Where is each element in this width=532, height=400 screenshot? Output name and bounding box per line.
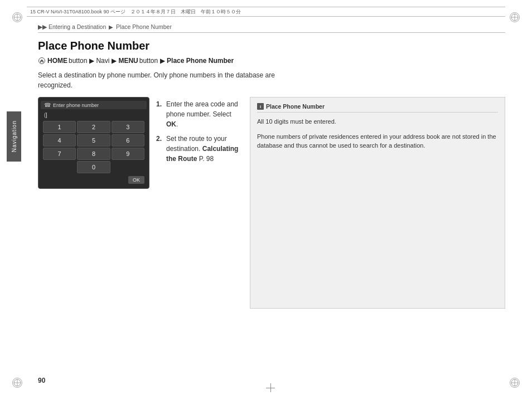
right-panel-title: i Place Phone Number (257, 103, 498, 113)
menu-text: MENU (118, 57, 138, 65)
step-2-num: 2. (156, 134, 162, 144)
key-7[interactable]: 7 (43, 148, 76, 160)
step-2-after: P. 98 (197, 155, 214, 163)
body-text: Select a destination by phone number. On… (38, 70, 294, 90)
step-1-bold: OK (166, 120, 176, 128)
key-0[interactable]: 0 (77, 161, 110, 173)
phone-small-icon: ☎ (44, 102, 51, 108)
step-2: 2. Set the route to your destination. Ca… (156, 134, 239, 164)
right-panel: i Place Phone Number All 10 digits must … (250, 97, 505, 309)
place-phone-text: Place Phone Number (167, 57, 234, 65)
key-5[interactable]: 5 (77, 134, 110, 147)
corner-decoration-bl (12, 378, 22, 388)
corner-decoration-tr (510, 12, 520, 22)
step-1-after: . (176, 120, 178, 128)
navi-text: Navi (96, 57, 109, 65)
key-2[interactable]: 2 (77, 121, 110, 133)
home-icon (38, 57, 46, 65)
steps-list: 1. Enter the area code and phone number.… (156, 97, 239, 168)
breadcrumb-item-1: Entering a Destination (49, 23, 106, 30)
sidebar-navigation-label: Navigation (7, 111, 21, 162)
ok-button[interactable]: OK (128, 176, 144, 184)
phone-ok-row: OK (41, 174, 147, 185)
two-column-layout: ☎ Enter phone number ( 1 2 3 4 5 6 (38, 97, 505, 309)
step-1-text: Enter the area code and phone number. Se… (166, 100, 238, 118)
key-8[interactable]: 8 (77, 148, 110, 160)
sidebar-label-text: Navigation (11, 120, 17, 152)
key-3[interactable]: 3 (112, 121, 144, 133)
corner-decoration-tl (12, 12, 22, 22)
corner-decoration-br (510, 378, 520, 388)
arrow-2: ▶ (112, 57, 116, 65)
home-button-line: HOME button ▶ Navi ▶ MENU button ▶ Place… (38, 57, 505, 65)
top-rule (38, 32, 505, 33)
phone-ui-screenshot: ☎ Enter phone number ( 1 2 3 4 5 6 (38, 97, 149, 189)
breadcrumb: ▶▶ Entering a Destination ▶ Place Phone … (38, 23, 172, 30)
page-title: Place Phone Number (38, 40, 505, 52)
breadcrumb-separator: ▶ (109, 24, 113, 30)
key-1[interactable]: 1 (43, 121, 76, 133)
page-number: 90 (38, 377, 45, 384)
phone-cursor-line: ( (41, 111, 147, 120)
key-6[interactable]: 6 (112, 134, 144, 147)
cursor-char: ( (44, 112, 46, 118)
key-4[interactable]: 4 (43, 134, 76, 147)
cursor-blink (46, 113, 47, 118)
arrow-1: ▶ (89, 57, 94, 65)
button-text-2: button (139, 57, 158, 65)
right-panel-title-text: Place Phone Number (266, 103, 325, 110)
main-content: Place Phone Number HOME button ▶ Navi ▶ … (38, 36, 505, 378)
top-strip: 15 CR-V NAVI-31T0A8100.book 90 ページ ２０１４年… (27, 7, 505, 17)
right-panel-para-2: Phone numbers of private residences ente… (257, 132, 498, 150)
arrow-3: ▶ (160, 57, 165, 65)
key-9[interactable]: 9 (112, 148, 144, 160)
breadcrumb-item-2: Place Phone Number (116, 23, 172, 30)
top-strip-text: 15 CR-V NAVI-31T0A8100.book 90 ページ ２０１４年… (30, 8, 241, 16)
right-panel-para-1: All 10 digits must be entered. (257, 117, 498, 126)
left-column: ☎ Enter phone number ( 1 2 3 4 5 6 (38, 97, 239, 192)
step-1-num: 1. (156, 99, 162, 109)
step-1: 1. Enter the area code and phone number.… (156, 99, 239, 129)
phone-keypad-grid: 1 2 3 4 5 6 7 8 9 0 (41, 120, 147, 174)
phone-ui-header: ☎ Enter phone number (41, 101, 147, 109)
home-text: HOME (47, 57, 67, 65)
phone-ui-title-text: Enter phone number (53, 103, 99, 108)
info-icon: i (257, 103, 264, 110)
breadcrumb-sep-start: ▶▶ (38, 23, 47, 30)
button-text-1: button (69, 57, 87, 65)
